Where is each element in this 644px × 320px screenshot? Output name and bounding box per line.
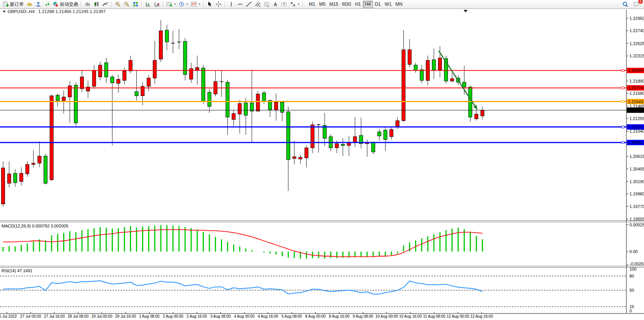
fibonacci-tool-button[interactable]: F <box>262 0 271 8</box>
toolbar-separator <box>81 1 82 8</box>
candle-body <box>50 96 53 180</box>
candle-body <box>183 41 187 75</box>
zoom-in-button[interactable] <box>113 0 122 8</box>
line-chart-icon <box>102 1 108 7</box>
line-handle[interactable] <box>622 87 624 89</box>
candle-body <box>111 77 114 83</box>
signal-icon <box>44 1 50 7</box>
timeframe-mn[interactable]: MN <box>394 1 405 8</box>
time-label: 27 Jul 16:00 <box>44 314 65 318</box>
price-badge-label: 1.21774 <box>628 86 643 90</box>
price-badge-label: 1.20850 <box>628 140 643 145</box>
auto-trading-button[interactable]: 自动交易 <box>51 0 79 8</box>
candle-body <box>341 144 345 145</box>
timeframe-m1[interactable]: M1 <box>307 1 317 8</box>
time-label: 8 Aug 00:00 <box>305 314 326 318</box>
price-tick-label: 1.21680 <box>629 91 644 96</box>
candle-body <box>335 144 338 148</box>
time-label: 5 Aug 08:00 <box>281 314 302 318</box>
timeframe-h1[interactable]: H1 <box>353 1 363 8</box>
candle-body <box>153 60 157 78</box>
time-label: 28 Jul 08:00 <box>68 314 89 318</box>
candle-body <box>238 104 242 114</box>
market-watch-button[interactable] <box>25 0 34 8</box>
new-template-button[interactable]: ▼ <box>165 0 177 8</box>
vertical-line-tool-button[interactable] <box>227 0 236 8</box>
time-label: 27 Jul 00:00 <box>20 314 41 318</box>
macd-pane: 0.0052580.00-0.002636 <box>3 223 644 266</box>
time-label: 12 Aug 00:00 <box>447 314 469 318</box>
navigator-button[interactable] <box>42 0 51 8</box>
time-label: 8 Aug 16:00 <box>329 314 350 318</box>
trend-arrow-head <box>473 105 477 110</box>
period-button[interactable]: ▼ <box>177 0 190 8</box>
bar-chart-button[interactable] <box>83 0 92 8</box>
dropdown-caret-icon: ▼ <box>297 3 300 5</box>
search-button[interactable] <box>621 0 630 8</box>
timeframe-m15[interactable]: M15 <box>327 1 340 8</box>
timeframe-m5[interactable]: M5 <box>317 1 327 8</box>
time-label: 2 Aug 16:00 <box>186 314 207 318</box>
zoom-out-button[interactable] <box>122 0 131 8</box>
dropdown-caret-icon: ▼ <box>174 3 176 5</box>
toolbar-separator <box>163 1 163 8</box>
candle-body <box>384 130 387 140</box>
cursor-tool-button[interactable] <box>206 0 214 8</box>
time-label: 3 Aug 08:00 <box>210 314 231 318</box>
chart-symbol-title: GBPUSD-,H4 <box>8 9 35 14</box>
price-tick-label: 1.21255 <box>629 116 644 121</box>
vertical-line-icon <box>228 1 234 7</box>
rsi-axis-label: 80 <box>629 274 634 278</box>
label-tool-button[interactable]: T <box>280 0 289 8</box>
auto-scroll-button[interactable] <box>144 0 152 8</box>
time-label: 12 Aug 16:00 <box>471 314 493 318</box>
price-tick-label: 1.20405 <box>629 167 644 171</box>
chart-shift-button[interactable] <box>152 0 161 8</box>
timeframe-d1[interactable]: D1 <box>373 1 383 8</box>
candle-body <box>286 112 290 159</box>
candle-body <box>256 94 260 111</box>
toolbar-separator <box>141 1 142 8</box>
toolbar-separator <box>225 1 226 8</box>
candle-body <box>275 102 278 110</box>
doji-dash <box>317 125 320 125</box>
equidistant-channel-icon: E <box>255 1 261 7</box>
bar-chart-icon <box>85 1 91 7</box>
rsi-line <box>3 281 482 294</box>
line-handle[interactable] <box>622 141 624 144</box>
candle-body <box>32 163 35 164</box>
time-label: 11 Aug 08:00 <box>423 314 446 318</box>
tile-windows-button[interactable] <box>131 0 140 8</box>
line-chart-button[interactable] <box>101 0 110 8</box>
candle-body <box>232 114 235 120</box>
candle-body <box>293 157 296 159</box>
indicators-button[interactable]: ▼ <box>190 0 202 8</box>
line-handle[interactable] <box>622 126 624 128</box>
arrows-tool-button[interactable]: ▼ <box>289 0 301 8</box>
timeframe-m30[interactable]: M30 <box>340 1 353 8</box>
new-order-button[interactable]: 新订单 <box>2 0 25 8</box>
macd-indicator-label: MACD(12,26,9) 0.000792 0.002005 <box>2 224 68 228</box>
text-tool-button[interactable]: A <box>271 0 280 8</box>
candle-body <box>56 95 59 101</box>
candlestick-chart-button[interactable] <box>92 0 101 8</box>
candle-body <box>26 164 29 174</box>
trendline-tool-button[interactable] <box>245 0 253 8</box>
price-tick-label: 1.20190 <box>629 179 644 184</box>
trendline-icon <box>246 1 252 7</box>
price-tick-label: 1.19770 <box>629 204 644 209</box>
timeframe-w1[interactable]: W1 <box>383 1 394 8</box>
candles-layer <box>2 20 484 207</box>
line-handle[interactable] <box>622 69 624 71</box>
horizontal-line-tool-button[interactable] <box>236 0 245 8</box>
auto-scroll-icon <box>145 1 151 7</box>
symbol-dropdown-icon[interactable] <box>3 11 6 13</box>
crosshair-tool-button[interactable] <box>214 0 223 8</box>
notification-badge[interactable]: 1 <box>638 0 643 4</box>
timeframe-h4[interactable]: H4 <box>363 1 373 8</box>
channel-tool-button[interactable]: E <box>253 0 262 8</box>
auto-trading-icon <box>52 1 59 7</box>
line-handle[interactable] <box>622 101 624 103</box>
data-window-button[interactable] <box>34 0 42 8</box>
fibonacci-icon: F <box>263 1 270 7</box>
